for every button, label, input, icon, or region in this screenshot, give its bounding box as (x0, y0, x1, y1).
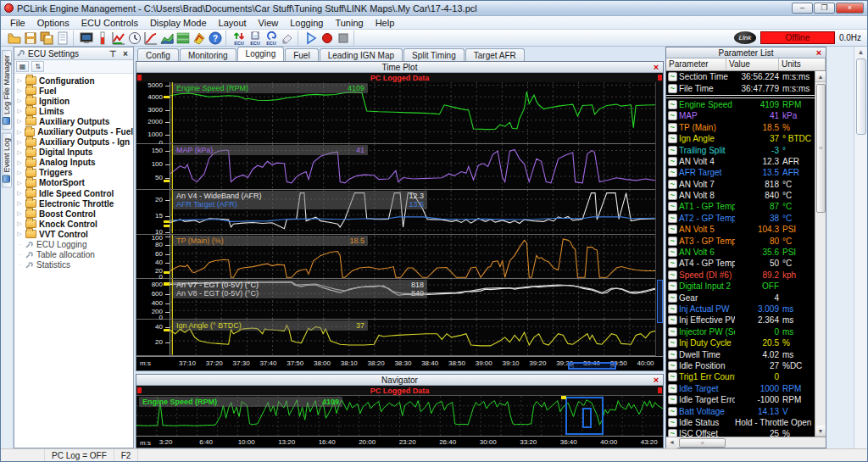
menu-ecu-controls[interactable]: ECU Controls (75, 17, 144, 29)
tab-logging[interactable]: Logging (237, 47, 285, 61)
plot-area-ign-angle[interactable]: Ign Angle (° BTDC)37 (170, 320, 655, 355)
navigator-selection-inner[interactable] (582, 408, 592, 428)
table-view-icon[interactable] (175, 31, 190, 45)
new-document-icon[interactable] (55, 31, 70, 45)
ecu-transfer-icon[interactable]: ECU (231, 31, 246, 45)
tree-item-knock-control[interactable]: ▷Knock Control (16, 219, 133, 229)
expand-icon[interactable]: ▷ (16, 139, 23, 146)
scroll-up-icon[interactable]: ▲ (815, 71, 826, 82)
menu-file[interactable]: File (4, 17, 31, 29)
parameter-list-hscrollbar[interactable]: ◄ ≡ (666, 437, 826, 448)
tree-item-auxiliary-outputs-fuel[interactable]: ▷Auxiliary Outputs - Fuel (16, 126, 133, 136)
param-row-idle-target-error[interactable]: ~Idle Target Error-1000RPM (666, 394, 815, 405)
menu-display-mode[interactable]: Display Mode (144, 17, 213, 29)
param-row-digital-input-2[interactable]: ~Digital Input 2OFF (666, 281, 815, 292)
param-row-batt-voltage[interactable]: ~Batt Voltage14.13V (666, 405, 815, 416)
tab-leading-ign-map[interactable]: Leading IGN Map (320, 48, 403, 61)
menu-logging[interactable]: Logging (284, 17, 329, 29)
param-row-idle-position[interactable]: ~Idle Position27%DC (666, 360, 815, 371)
expand-icon[interactable]: ▷ (16, 210, 23, 217)
time-plot-titlebar[interactable]: Time Plot × (136, 62, 663, 73)
map-3d-icon[interactable] (192, 31, 206, 45)
param-row-at4-gp-temp[interactable]: ~AT4 - GP Temp50°C (666, 258, 815, 269)
menu-layout[interactable]: Layout (213, 17, 253, 29)
tree-item-motorsport[interactable]: ▷MotorSport (16, 178, 133, 188)
param-row-idle-status[interactable]: ~Idle StatusHold - Throttle Open (666, 417, 815, 428)
expand-icon[interactable]: ▷ (16, 180, 23, 186)
window-vscrollbar[interactable]: ▲ (854, 47, 867, 448)
tab-target-afr[interactable]: Target AFR (465, 48, 525, 61)
param-row-speed-di-6[interactable]: ~Speed (DI #6)89.2kph (666, 270, 815, 281)
column-header-parameter[interactable]: Parameter (666, 58, 726, 70)
menu-options[interactable]: Options (31, 17, 75, 29)
param-row-trailing-split[interactable]: ~Trailing Split-3° (666, 144, 815, 155)
tree-item-fuel[interactable]: ▷Fuel (16, 86, 133, 96)
tab-fuel[interactable]: Fuel (285, 48, 318, 61)
scroll-left-icon[interactable]: ◄ (666, 437, 677, 448)
expand-icon[interactable]: ▷ (16, 159, 23, 166)
param-row-injector-pw-sec[interactable]: ~Injector PW (Sec)0ms (666, 326, 815, 337)
hscroll-thumb[interactable]: ≡ (679, 438, 726, 448)
scroll-thumb[interactable]: ≡ (816, 84, 826, 213)
tree-item-auxiliary-outputs[interactable]: ▷Auxiliary Outputs (16, 116, 133, 126)
plot-area-egt[interactable]: An V7 - EGT (0-5V) (°C)818An V8 - EGT (0… (170, 279, 655, 319)
monitor-view-icon[interactable] (79, 31, 93, 45)
param-row-an-volt-7[interactable]: ~AN Volt 7818°C (666, 179, 815, 190)
expand-icon[interactable]: ▷ (16, 87, 23, 94)
minimize-button[interactable]: – (792, 3, 813, 14)
param-row-at2-gp-temp[interactable]: ~AT2 - GP Temp38°C (666, 213, 815, 224)
param-row-ign-angle[interactable]: ~Ign Angle37° BTDC (666, 133, 815, 144)
expand-icon[interactable]: ▷ (16, 77, 23, 84)
menu-tuning[interactable]: Tuning (329, 17, 369, 29)
side-tab-log-file-manager[interactable]: Log File Manager (2, 50, 12, 130)
param-row-map[interactable]: ~MAP41kPa (666, 110, 815, 121)
tab-split-timing[interactable]: Split Timing (403, 48, 465, 61)
param-row-engine-speed[interactable]: ~Engine Speed4109RPM (666, 99, 815, 110)
panel-close-icon[interactable]: × (120, 49, 131, 58)
tree-item-table-allocation[interactable]: ·Table allocation (16, 250, 133, 260)
play-log-icon[interactable] (303, 31, 318, 45)
expand-icon[interactable]: ▷ (16, 220, 23, 227)
param-row-at3-gp-temp[interactable]: ~AT3 - GP Temp80°C (666, 235, 815, 246)
param-row-afr-target[interactable]: ~AFR Target13.5AFR (666, 167, 815, 178)
grid-view-icon[interactable]: ▦ (16, 61, 29, 72)
time-plot-icon[interactable] (127, 31, 142, 45)
maximize-button[interactable]: ❐ (814, 3, 835, 14)
stop-log-icon[interactable] (336, 31, 350, 45)
param-row-an-volt-6[interactable]: ~AN Volt 635.6PSI (666, 247, 815, 258)
navigator-close-icon[interactable]: × (651, 375, 661, 385)
tree-item-limits[interactable]: ▷Limits (16, 106, 133, 116)
tree-item-statistics[interactable]: ·Statistics (16, 260, 133, 270)
param-row-inj-duty-cycle[interactable]: ~Inj Duty Cycle20.5% (666, 337, 815, 348)
save-all-icon[interactable] (39, 31, 53, 45)
save-file-icon[interactable] (23, 31, 37, 45)
gauge-icon[interactable] (95, 31, 109, 45)
tab-monitoring[interactable]: Monitoring (180, 48, 236, 61)
expand-icon[interactable]: ▷ (16, 149, 23, 156)
range-left-arrow-icon[interactable]: ◁ (570, 364, 574, 368)
parameter-list-titlebar[interactable]: Parameter List × (666, 47, 826, 58)
param-row-at1-gp-temp[interactable]: ~AT1 - GP Temp87°C (666, 201, 815, 212)
plot-area-map[interactable]: MAP (kPa)41 (170, 144, 655, 189)
param-row-inj-actual-pw[interactable]: ~Inj Actual PW3.009ms (666, 303, 815, 314)
connection-status-button[interactable]: Offline (760, 31, 835, 44)
param-row-an-volt-5[interactable]: ~AN Volt 5104.3PSI (666, 224, 815, 235)
curve-icon[interactable] (143, 31, 158, 45)
expand-icon[interactable]: ▷ (16, 170, 23, 176)
tree-item-configuration[interactable]: ▷Configuration (16, 75, 133, 86)
param-row-isc-offset[interactable]: ~ISC Offset25% (666, 428, 815, 437)
param-row-an-volt-4[interactable]: ~AN Volt 412.3AFR (666, 156, 815, 167)
plot-area-engine-speed[interactable]: Engine Speed (RPM)4109 (170, 82, 655, 143)
help-icon[interactable]: ? (208, 31, 222, 45)
expand-icon[interactable]: ▷ (16, 108, 23, 114)
mixture-map-icon[interactable] (111, 31, 125, 45)
surface-chart-icon[interactable] (159, 31, 174, 45)
tree-item-electronic-throttle[interactable]: ▷Electronic Throttle (16, 198, 133, 209)
tree-item-ignition[interactable]: ▷Ignition (16, 96, 133, 106)
gutter-scroll-thumb[interactable] (856, 58, 866, 135)
strip-vscroll-thumb[interactable] (657, 280, 663, 324)
pin-icon[interactable]: ⊤ (108, 49, 118, 58)
expand-icon[interactable]: ▷ (16, 129, 22, 136)
tree-item-ecu-logging[interactable]: ·ECU Logging (16, 240, 133, 250)
navigator-titlebar[interactable]: Navigator × (136, 375, 663, 386)
